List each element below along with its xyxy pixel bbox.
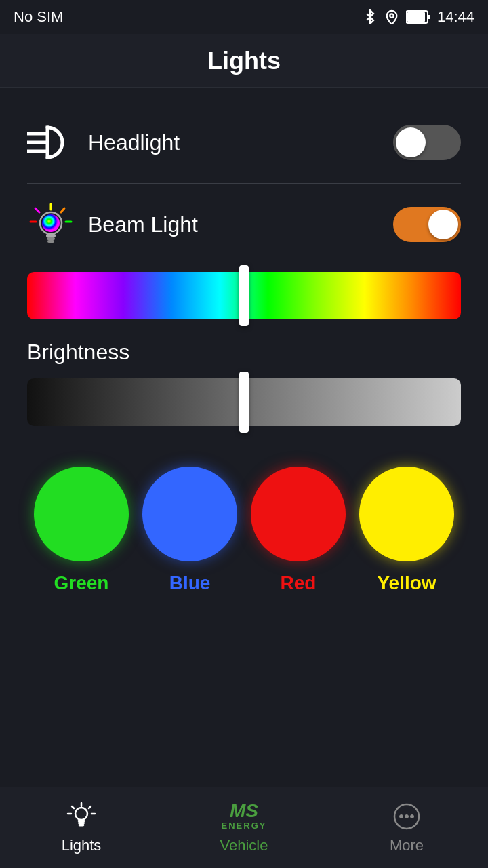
svg-rect-3 <box>428 15 430 19</box>
beam-light-icon-container <box>27 204 75 245</box>
battery-icon <box>406 9 430 24</box>
beam-light-row: Beam Light <box>27 191 461 258</box>
swatch-red-label: Red <box>281 572 317 594</box>
svg-point-27 <box>400 814 403 818</box>
bottom-nav: Lights MS ENERGY Vehicle More <box>0 787 488 868</box>
svg-point-17 <box>75 808 87 820</box>
headlight-row: Headlight <box>27 108 461 176</box>
brightness-section: Brightness <box>27 340 461 426</box>
nav-vehicle-label: Vehicle <box>220 837 268 854</box>
ms-logo-text: MS <box>230 802 258 821</box>
divider-1 <box>27 183 461 184</box>
brightness-label: Brightness <box>27 340 461 365</box>
bluetooth-icon <box>363 9 378 24</box>
svg-line-20 <box>72 806 74 808</box>
swatch-yellow[interactable]: Yellow <box>359 467 454 594</box>
nav-more-label: More <box>390 837 424 854</box>
beam-light-toggle[interactable] <box>393 207 461 242</box>
svg-rect-16 <box>47 240 54 243</box>
beam-light-label: Beam Light <box>88 212 393 237</box>
swatch-yellow-label: Yellow <box>377 572 436 594</box>
headlight-toggle[interactable] <box>393 125 461 160</box>
swatch-red-circle <box>251 467 346 561</box>
location-icon <box>384 9 399 24</box>
brightness-slider-container <box>27 378 461 426</box>
nav-item-more[interactable]: More <box>325 787 488 868</box>
brightness-slider[interactable] <box>27 378 461 426</box>
svg-line-8 <box>61 208 64 212</box>
headlight-label: Headlight <box>88 130 393 155</box>
main-content: Headlight <box>0 88 488 614</box>
swatch-blue[interactable]: Blue <box>142 467 237 594</box>
svg-point-13 <box>42 214 60 232</box>
swatch-blue-label: Blue <box>169 572 211 594</box>
brightness-slider-thumb[interactable] <box>239 372 249 433</box>
nav-lights-icon <box>66 802 96 831</box>
status-bar: No SIM 14:44 <box>0 0 488 34</box>
svg-point-29 <box>411 814 414 818</box>
ms-logo-sub: ENERGY <box>222 821 267 831</box>
svg-point-28 <box>405 814 409 818</box>
nav-vehicle-icon: MS ENERGY <box>229 802 259 831</box>
svg-line-19 <box>89 806 91 808</box>
nav-item-lights[interactable]: Lights <box>0 787 163 868</box>
svg-point-0 <box>390 14 394 18</box>
color-slider-thumb[interactable] <box>239 265 249 326</box>
svg-rect-2 <box>407 12 425 22</box>
nav-lights-label: Lights <box>62 837 102 854</box>
color-swatches: Green Blue Red Yellow <box>27 467 461 594</box>
swatch-green-circle <box>34 467 129 561</box>
beam-light-toggle-thumb <box>428 210 458 239</box>
swatch-blue-circle <box>142 467 237 561</box>
nav-item-vehicle[interactable]: MS ENERGY Vehicle <box>163 787 325 868</box>
svg-rect-25 <box>79 824 84 826</box>
svg-rect-15 <box>47 237 55 240</box>
color-slider[interactable] <box>27 272 461 319</box>
swatch-green-label: Green <box>54 572 109 594</box>
swatch-green[interactable]: Green <box>34 467 129 594</box>
carrier-text: No SIM <box>14 8 63 26</box>
status-right: 14:44 <box>363 8 474 26</box>
svg-line-9 <box>35 208 39 212</box>
page-title: Lights <box>207 47 281 75</box>
swatch-yellow-circle <box>359 467 454 561</box>
headlight-toggle-thumb <box>396 127 426 157</box>
svg-rect-14 <box>46 234 56 237</box>
color-slider-container <box>27 272 461 319</box>
time-text: 14:44 <box>437 8 474 26</box>
page-header: Lights <box>0 34 488 88</box>
nav-more-icon <box>392 802 422 831</box>
headlight-icon <box>27 122 75 163</box>
swatch-red[interactable]: Red <box>251 467 346 594</box>
